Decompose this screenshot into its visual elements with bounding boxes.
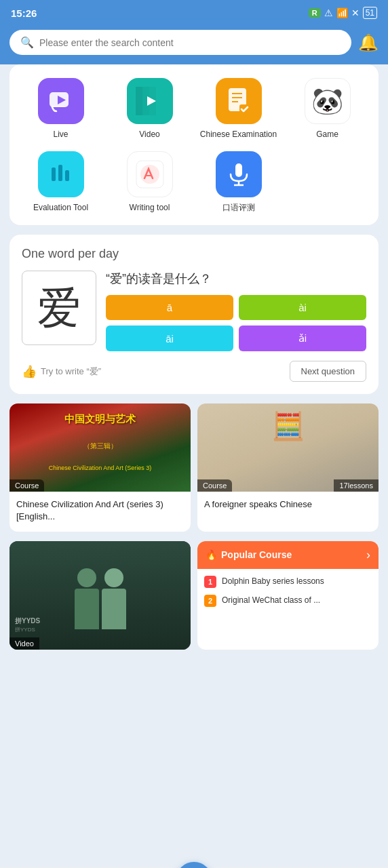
svg-point-18 (140, 165, 159, 184)
rank-badge-1: 1 (204, 576, 216, 588)
cn-course-sub: （第三辑） (83, 441, 117, 451)
svg-rect-16 (65, 170, 69, 181)
eval-icon (38, 151, 84, 197)
status-icons: R ⚠ 📶 ✕ 51 (309, 7, 377, 19)
battery-indicator: 51 (363, 7, 377, 19)
app-item-video[interactable]: Video (105, 78, 194, 140)
cn-course-title: 中国文明与艺术 (64, 413, 136, 426)
exam-icon (216, 78, 262, 124)
popular-header: 🔥 Popular Course › (197, 541, 379, 569)
search-bar: 🔍 🔔 (0, 24, 388, 64)
popular-chevron-icon[interactable]: › (366, 548, 370, 562)
eval-label: Evaluation Tool (33, 203, 88, 214)
video-label: Video (9, 637, 39, 650)
video-card[interactable]: 拼YYDS 拼YYDS Video (9, 541, 191, 650)
popular-item-text-2: Original WeChat class of ... (222, 595, 320, 606)
word-question: “爱”的读音是什么？ (106, 271, 366, 287)
word-card-title: One word per day (22, 247, 366, 261)
video-icon (127, 78, 173, 124)
app-item-write[interactable]: Writing tool (105, 151, 194, 214)
game-label: Game (316, 130, 338, 140)
write-label: Writing tool (130, 203, 170, 214)
answer-btn-3[interactable]: āi (106, 326, 233, 351)
app-grid-row1: Live Video (16, 78, 372, 140)
course-card-1[interactable]: 中国文明与艺术 （第三辑） Chinese Civilization And A… (9, 403, 191, 531)
word-right: “爱”的读音是什么？ ā ài āi ǎi (106, 271, 366, 351)
app-grid-card: Live Video (9, 64, 379, 225)
video-watermark: 拼YYDS 拼YYDS (15, 616, 40, 633)
popular-item-2[interactable]: 2 Original WeChat class of ... (204, 595, 372, 607)
word-footer: 👍 Try to write “爱” Next question (22, 361, 366, 382)
app-item-game[interactable]: 🐼 Game (283, 78, 372, 140)
search-input[interactable] (39, 37, 341, 48)
course-info-2: A foreigner speaks Chinese (197, 492, 379, 519)
try-write: 👍 Try to write “爱” (22, 364, 101, 379)
video-thumb: 拼YYDS 拼YYDS Video (9, 541, 191, 650)
course-info-1: Chinese Civilization And Art (series 3) … (9, 492, 191, 531)
signal-icon: ✕ (351, 7, 360, 18)
try-write-text: Try to write “爱” (41, 366, 101, 378)
course-badge-2: Course (197, 479, 232, 492)
app-grid-row2: Evaluation Tool Writing tool (16, 151, 372, 214)
answer-btn-2[interactable]: ài (239, 295, 366, 320)
status-bar: 15:26 R ⚠ 📶 ✕ 51 (0, 0, 388, 24)
popular-course-card: 🔥 Popular Course › 1 Dolphin Baby series… (197, 541, 379, 650)
course-title-2: A foreigner speaks Chinese (204, 498, 372, 511)
app-item-empty (283, 151, 372, 214)
character-display: 爱 (22, 271, 96, 345)
search-input-wrap[interactable]: 🔍 (9, 30, 351, 55)
abacus-visual: 🧮 (271, 410, 305, 442)
answer-grid: ā ài āi ǎi (106, 295, 366, 351)
thumb-icon: 👍 (22, 364, 37, 379)
app-item-live[interactable]: Live (16, 78, 105, 140)
popular-list: 1 Dolphin Baby series lessons 2 Original… (197, 569, 379, 614)
popular-header-left: 🔥 Popular Course (206, 549, 292, 560)
popular-header-text: Popular Course (221, 549, 292, 560)
exam-label: Chinese Examination (200, 130, 277, 140)
word-of-day-card: One word per day 爱 “爱”的读音是什么？ ā ài āi ǎi… (9, 235, 379, 394)
search-icon: 🔍 (20, 36, 34, 49)
popular-item-text-1: Dolphin Baby series lessons (222, 576, 324, 587)
course-row: 中国文明与艺术 （第三辑） Chinese Civilization And A… (9, 403, 379, 531)
next-question-button[interactable]: Next question (290, 361, 367, 382)
course-title-1: Chinese Civilization And Art (series 3) … (16, 498, 184, 523)
svg-rect-15 (58, 165, 62, 181)
course-card-2[interactable]: 🧮 Course 17lessons A foreigner speaks Ch… (197, 403, 379, 531)
oral-icon (216, 151, 262, 197)
people-silhouette (75, 561, 126, 629)
fire-icon: 🔥 (206, 549, 217, 560)
bell-icon[interactable]: 🔔 (358, 33, 379, 52)
rank-badge-2: 2 (204, 595, 216, 607)
course-badge-1: Course (9, 479, 44, 492)
svg-rect-4 (136, 87, 142, 115)
popular-item-1[interactable]: 1 Dolphin Baby series lessons (204, 576, 372, 588)
live-label: Live (53, 130, 68, 140)
bottom-row: 拼YYDS 拼YYDS Video 🔥 Popular Course › 1 D… (9, 541, 379, 650)
warning-icon: ⚠ (324, 7, 333, 18)
app-item-exam[interactable]: Chinese Examination (194, 78, 283, 140)
app-icon-r: R (309, 8, 321, 18)
answer-btn-1[interactable]: ā (106, 295, 233, 320)
live-icon (38, 78, 84, 124)
oral-label: 口语评测 (222, 203, 255, 214)
content-area: Live Video (0, 64, 388, 867)
app-item-eval[interactable]: Evaluation Tool (16, 151, 105, 214)
video-label: Video (139, 130, 159, 140)
word-card-body: 爱 “爱”的读音是什么？ ā ài āi ǎi (22, 271, 366, 351)
svg-rect-2 (51, 106, 64, 107)
svg-rect-14 (52, 167, 56, 181)
course-lessons: 17lessons (334, 479, 379, 492)
answer-btn-4[interactable]: ǎi (239, 326, 366, 351)
game-icon: 🐼 (305, 78, 351, 124)
write-icon (127, 151, 173, 197)
status-time: 15:26 (11, 7, 37, 19)
svg-rect-21 (235, 163, 242, 177)
course-thumb-2: 🧮 Course 17lessons (197, 403, 379, 492)
app-item-oral[interactable]: 口语评测 (194, 151, 283, 214)
course-thumb-1: 中国文明与艺术 （第三辑） Chinese Civilization And A… (9, 403, 191, 492)
wifi-icon: 📶 (336, 7, 348, 18)
